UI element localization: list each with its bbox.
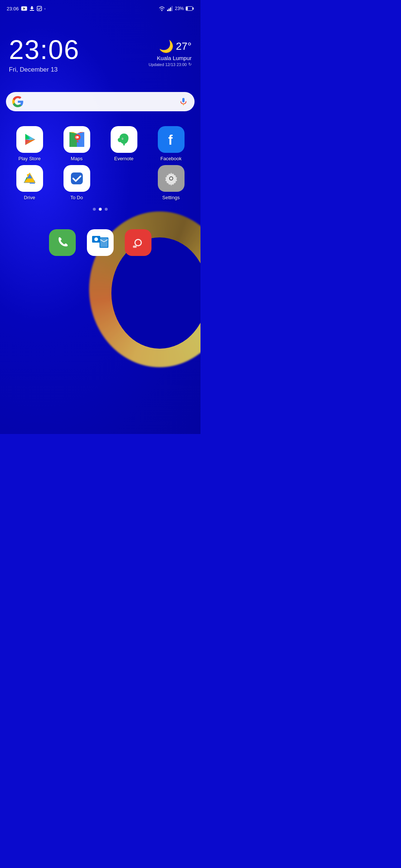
svg-point-37	[170, 177, 172, 180]
settings-label: Settings	[162, 195, 180, 200]
battery-percent: 23%	[175, 6, 184, 11]
status-time: 23:06	[7, 6, 19, 11]
clock-time: 23:06	[9, 36, 79, 63]
evernote-icon	[111, 126, 137, 153]
facebook-label: Facebook	[160, 156, 182, 161]
app-empty-slot	[100, 165, 147, 200]
clock-date: Fri, December 13	[9, 66, 79, 73]
youtube-notification-icon	[21, 6, 27, 11]
empty-slot-icon	[111, 165, 137, 192]
status-bar: 23:06 · 23%	[0, 0, 200, 14]
checkbox-icon	[37, 6, 42, 11]
evernote-label: Evernote	[114, 156, 133, 161]
app-play-store[interactable]: Play Store	[6, 126, 53, 161]
outlook-icon	[91, 234, 109, 251]
svg-rect-6	[170, 7, 171, 11]
svg-rect-44	[133, 246, 137, 248]
refresh-icon: ↻	[188, 62, 192, 67]
app-todo[interactable]: To Do	[53, 165, 100, 200]
facebook-icon: f	[158, 126, 185, 153]
phone-icon	[55, 235, 70, 250]
dot-0	[93, 208, 96, 211]
svg-rect-3	[37, 6, 42, 11]
svg-rect-4	[167, 10, 168, 11]
maps-icon: G	[63, 126, 90, 153]
status-right: 23%	[159, 6, 194, 11]
clock-weather-area: 23:06 Fri, December 13 🌙 27° Kuala Lumpu…	[0, 14, 200, 73]
svg-rect-2	[30, 10, 34, 11]
dot-1	[99, 208, 102, 211]
download-icon	[29, 6, 35, 11]
dock	[0, 222, 200, 262]
svg-rect-9	[193, 7, 194, 10]
dock-outlook[interactable]	[87, 229, 114, 256]
battery-icon	[186, 6, 194, 11]
signal-icon	[167, 6, 173, 11]
app-row-1: Play Store G Maps	[6, 126, 195, 161]
svg-rect-7	[172, 6, 173, 11]
svg-point-26	[122, 138, 123, 139]
screen-recorder-icon	[130, 234, 146, 251]
dock-phone[interactable]	[49, 229, 76, 256]
weather-temp: 27°	[176, 40, 192, 52]
app-settings[interactable]: Settings	[147, 165, 195, 200]
app-row-2: Drive To Do	[6, 165, 195, 200]
weather-updated: Updated 12/13 23:00 ↻	[149, 62, 192, 67]
weather-top: 🌙 27°	[149, 39, 192, 53]
wifi-icon	[159, 6, 165, 11]
drive-label: Drive	[24, 195, 35, 200]
svg-rect-5	[169, 9, 170, 11]
todo-icon	[63, 165, 90, 192]
status-left: 23:06 ·	[7, 5, 46, 12]
dot-indicator: ·	[44, 5, 46, 12]
app-maps[interactable]: G Maps	[53, 126, 100, 161]
svg-text:f: f	[168, 132, 173, 148]
svg-point-39	[94, 237, 98, 241]
todo-label: To Do	[71, 195, 83, 200]
weather-block: 🌙 27° Kuala Lumpur Updated 12/13 23:00 ↻	[149, 36, 192, 67]
app-evernote[interactable]: Evernote	[100, 126, 147, 161]
google-logo	[12, 96, 24, 108]
clock-block: 23:06 Fri, December 13	[9, 36, 79, 73]
play-store-icon	[16, 126, 43, 153]
search-input[interactable]	[27, 92, 175, 111]
dock-screen-recorder[interactable]	[125, 229, 151, 256]
weather-city: Kuala Lumpur	[149, 55, 192, 61]
dot-2	[105, 208, 108, 211]
moon-icon: 🌙	[159, 39, 174, 53]
svg-text:G: G	[75, 135, 78, 139]
svg-rect-10	[186, 7, 188, 10]
google-search-bar[interactable]	[6, 92, 195, 111]
mic-icon[interactable]	[178, 96, 189, 107]
svg-rect-41	[100, 238, 108, 247]
app-grid: Play Store G Maps	[0, 126, 200, 200]
svg-point-43	[136, 240, 141, 245]
settings-icon	[158, 165, 185, 192]
app-facebook[interactable]: f Facebook	[147, 126, 195, 161]
maps-label: Maps	[71, 156, 83, 161]
play-store-label: Play Store	[19, 156, 41, 161]
page-dots	[0, 208, 200, 211]
app-drive[interactable]: Drive	[6, 165, 53, 200]
svg-rect-11	[182, 98, 185, 102]
drive-icon	[16, 165, 43, 192]
